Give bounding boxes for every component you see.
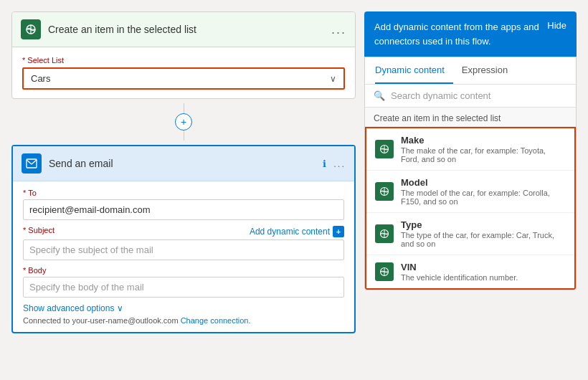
item-make-text: Make The make of the car, for example: T…: [401, 135, 566, 163]
tab-dynamic-content[interactable]: Dynamic content: [375, 57, 453, 84]
right-panel: Add dynamic content from the apps and co…: [364, 11, 577, 369]
dynamic-items-list: Make The make of the car, for example: T…: [365, 127, 576, 290]
body-label: * Body: [23, 266, 344, 275]
change-connection-link[interactable]: Change connection.: [181, 316, 251, 325]
search-icon: 🔍: [374, 90, 385, 101]
to-label: * To: [23, 189, 344, 197]
dynamic-header-text: Add dynamic content from the apps and co…: [374, 20, 540, 48]
action-card: Create an item in the selected list ... …: [11, 11, 356, 99]
item-type-name: Type: [401, 219, 566, 230]
connector-area: +: [11, 99, 356, 145]
subject-field-group: * Subject Add dynamic content +: [23, 226, 344, 260]
show-advanced-button[interactable]: Show advanced options ∨: [23, 303, 344, 313]
action-card-header: Create an item in the selected list ...: [12, 12, 355, 47]
body-field-group: * Body: [23, 266, 344, 298]
search-input[interactable]: [391, 90, 567, 101]
list-item[interactable]: Type The type of the car, for example: C…: [366, 213, 574, 255]
item-vin-desc: The vehicle identification number.: [401, 273, 566, 282]
item-model-text: Model The model of the car, for example:…: [401, 177, 566, 206]
list-item[interactable]: VIN The vehicle identification number.: [366, 255, 574, 288]
select-list-value: Cars: [31, 73, 50, 84]
to-input[interactable]: [23, 199, 344, 220]
email-card-menu-button[interactable]: ...: [333, 158, 346, 169]
add-step-button[interactable]: +: [175, 113, 192, 130]
connected-text: Connected to your-user-name@outlook.com: [23, 316, 179, 325]
item-vin-name: VIN: [401, 262, 566, 272]
connected-info: Connected to your-user-name@outlook.com …: [23, 316, 344, 325]
add-dynamic-icon: +: [333, 226, 344, 237]
item-make-desc: The make of the car, for example: Toyota…: [401, 146, 566, 163]
select-list-label: * Select List: [22, 56, 345, 65]
show-advanced-label: Show advanced options: [23, 303, 114, 313]
email-icon: [22, 153, 42, 174]
email-card: Send an email ℹ ... * To * Subject Add d…: [11, 145, 356, 333]
item-model-desc: The model of the car, for example: Corol…: [401, 189, 566, 206]
to-field-group: * To: [23, 189, 344, 220]
action-card-menu-button[interactable]: ...: [331, 22, 346, 37]
subject-input[interactable]: [23, 239, 344, 260]
item-type-text: Type The type of the car, for example: C…: [401, 219, 566, 248]
connector-line-top: [184, 103, 184, 113]
item-model-icon: [375, 182, 394, 201]
body-input[interactable]: [23, 277, 344, 298]
section-title: Create an item in the selected list: [365, 108, 576, 127]
action-icon: [21, 19, 41, 39]
email-card-header: Send an email ℹ ...: [13, 146, 354, 181]
email-card-body: * To * Subject Add dynamic content + * B…: [13, 181, 354, 332]
select-list-dropdown[interactable]: Cars ∨: [22, 67, 345, 90]
hide-button[interactable]: Hide: [547, 20, 566, 31]
add-dynamic-content-button[interactable]: Add dynamic content +: [250, 226, 344, 237]
connector-line-bottom: [184, 130, 184, 141]
item-vin-text: VIN The vehicle identification number.: [401, 262, 566, 282]
left-panel: Create an item in the selected list ... …: [11, 11, 356, 369]
item-type-desc: The type of the car, for example: Car, T…: [401, 231, 566, 248]
action-card-title: Create an item in the selected list: [48, 24, 324, 35]
add-dynamic-label: Add dynamic content: [250, 227, 330, 237]
info-icon[interactable]: ℹ: [323, 158, 326, 169]
dynamic-content-header: Add dynamic content from the apps and co…: [364, 11, 577, 57]
tab-expression[interactable]: Expression: [453, 57, 516, 84]
action-card-body: * Select List Cars ∨: [12, 47, 355, 98]
subject-label: * Subject: [23, 226, 54, 234]
email-card-actions: ℹ ...: [323, 158, 346, 169]
dynamic-panel-wrapper: Dynamic content Expression 🔍 Create an i…: [364, 57, 577, 290]
svg-rect-3: [27, 159, 37, 168]
dynamic-tabs: Dynamic content Expression: [365, 57, 576, 85]
item-model-name: Model: [401, 177, 566, 188]
email-card-title: Send an email: [49, 158, 316, 169]
chevron-down-icon: ∨: [117, 303, 123, 313]
item-make-name: Make: [401, 135, 566, 146]
item-make-icon: [375, 140, 394, 158]
list-item[interactable]: Model The model of the car, for example:…: [366, 171, 574, 213]
item-type-icon: [375, 224, 394, 243]
list-item[interactable]: Make The make of the car, for example: T…: [366, 128, 574, 171]
search-box: 🔍: [365, 85, 576, 108]
item-vin-icon: [375, 262, 394, 281]
chevron-down-icon: ∨: [330, 74, 336, 84]
